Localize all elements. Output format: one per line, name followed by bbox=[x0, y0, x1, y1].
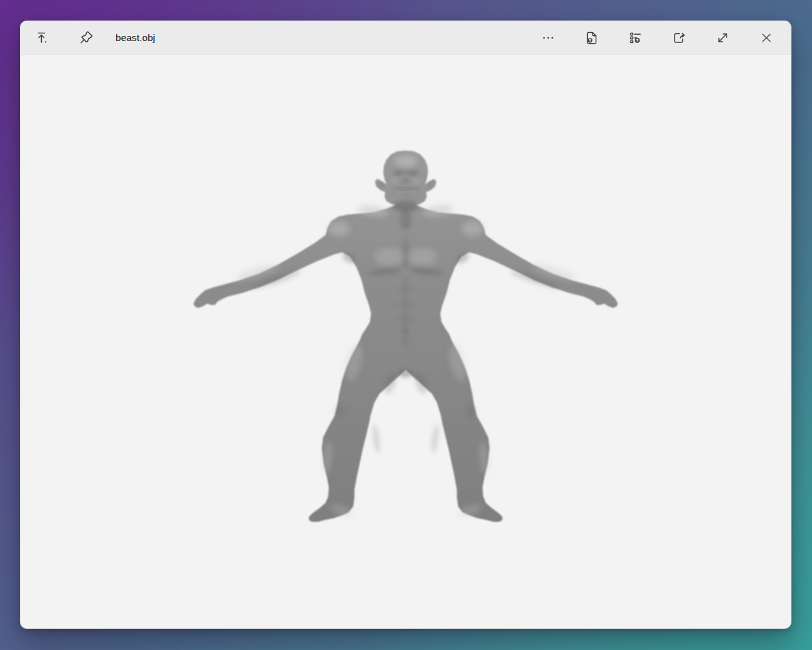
ellipsis-icon bbox=[540, 30, 556, 46]
window-title: beast.obj bbox=[116, 32, 155, 43]
launch-default-app-button[interactable] bbox=[28, 25, 56, 51]
pin-icon bbox=[78, 30, 94, 46]
share-button[interactable] bbox=[665, 25, 693, 51]
model-viewport[interactable] bbox=[21, 55, 791, 628]
titlebar-right-actions bbox=[534, 25, 781, 51]
list-arrow-up-icon bbox=[628, 30, 643, 46]
open-with-button[interactable] bbox=[621, 25, 650, 51]
close-button[interactable] bbox=[752, 25, 781, 51]
fullscreen-button[interactable] bbox=[709, 25, 737, 51]
beast-3d-model bbox=[21, 55, 791, 628]
desktop-background: beast.obj bbox=[0, 0, 812, 650]
peek-preview-window: beast.obj bbox=[20, 21, 791, 629]
close-icon bbox=[759, 30, 774, 46]
titlebar: beast.obj bbox=[21, 21, 791, 55]
open-file-button[interactable] bbox=[578, 25, 606, 51]
pin-button[interactable] bbox=[72, 25, 100, 51]
share-icon bbox=[671, 30, 687, 46]
arrow-up-to-line-icon bbox=[35, 30, 50, 46]
expand-diagonal-icon bbox=[715, 30, 730, 46]
document-arrow-up-icon bbox=[584, 30, 600, 46]
more-options-button[interactable] bbox=[534, 25, 562, 51]
